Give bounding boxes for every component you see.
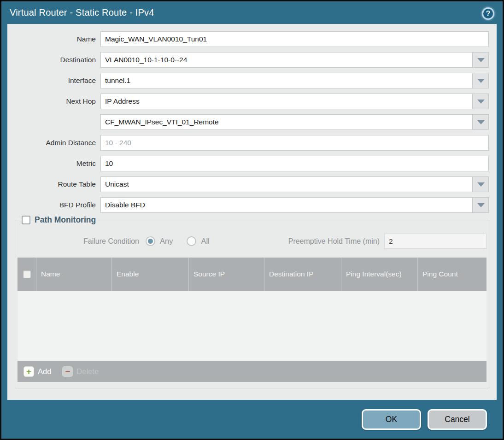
- admin-distance-input[interactable]: [100, 135, 489, 151]
- form-row-bfd-profile: BFD Profile: [7, 197, 497, 213]
- path-monitoring-section: Path Monitoring Failure Condition Any Al…: [15, 220, 489, 388]
- title-bar: Virtual Router - Static Route - IPv4 ?: [1, 1, 503, 24]
- radio-any-label: Any: [160, 237, 173, 246]
- radio-all-label: All: [201, 237, 209, 246]
- route-table-dropdown-button[interactable]: [473, 176, 489, 192]
- name-input[interactable]: [100, 31, 489, 47]
- radio-option-all[interactable]: All: [187, 236, 209, 246]
- destination-input[interactable]: [100, 52, 473, 68]
- delete-button-label: Delete: [76, 367, 99, 376]
- column-header-ping-count[interactable]: Ping Count: [418, 258, 486, 291]
- column-header-destination-ip[interactable]: Destination IP: [264, 258, 341, 291]
- table-header-select-all[interactable]: [18, 258, 36, 291]
- add-button[interactable]: + Add: [23, 366, 51, 377]
- failure-condition-label: Failure Condition: [18, 237, 146, 246]
- static-route-dialog: Virtual Router - Static Route - IPv4 ? N…: [0, 0, 504, 440]
- route-table-input[interactable]: [100, 176, 473, 192]
- next-hop-type-input[interactable]: [100, 94, 473, 109]
- path-monitoring-legend: Path Monitoring: [21, 215, 99, 225]
- path-monitoring-controls: Failure Condition Any All Preemptive Hol…: [18, 234, 486, 249]
- radio-all-icon[interactable]: [187, 236, 196, 246]
- path-monitoring-checkbox[interactable]: [22, 216, 30, 224]
- interface-input[interactable]: [100, 73, 473, 88]
- chevron-down-icon: [477, 182, 485, 187]
- chevron-down-icon: [477, 100, 485, 104]
- table-header-row: Name Enable Source IP Destination IP Pin…: [18, 258, 486, 291]
- help-icon[interactable]: ?: [482, 7, 494, 20]
- chevron-down-icon: [477, 120, 485, 124]
- form-row-destination: Destination: [7, 52, 497, 68]
- dialog-title: Virtual Router - Static Route - IPv4: [10, 7, 154, 18]
- column-header-ping-interval[interactable]: Ping Interval(sec): [341, 258, 418, 291]
- select-all-checkbox[interactable]: [23, 270, 31, 278]
- chevron-down-icon: [477, 58, 485, 62]
- destination-label: Destination: [7, 56, 100, 64]
- preemptive-hold-time-label: Preemptive Hold Time (min): [288, 237, 384, 246]
- form-row-next-hop-address: [7, 114, 497, 130]
- dialog-footer: OK Cancel: [1, 400, 503, 439]
- interface-dropdown-button[interactable]: [473, 73, 489, 88]
- column-header-enable[interactable]: Enable: [112, 258, 189, 291]
- plus-icon: +: [23, 366, 34, 377]
- admin-distance-label: Admin Distance: [7, 139, 100, 147]
- table-toolbar: + Add − Delete: [18, 361, 486, 382]
- path-monitoring-table: Name Enable Source IP Destination IP Pin…: [18, 258, 486, 382]
- chevron-down-icon: [477, 203, 485, 207]
- form-row-admin-distance: Admin Distance: [7, 135, 497, 151]
- cancel-button[interactable]: Cancel: [428, 409, 487, 430]
- column-header-source-ip[interactable]: Source IP: [189, 258, 264, 291]
- next-hop-type-dropdown-button[interactable]: [473, 94, 489, 109]
- bfd-profile-label: BFD Profile: [7, 201, 100, 209]
- destination-dropdown-button[interactable]: [473, 52, 489, 68]
- bfd-profile-dropdown-button[interactable]: [473, 197, 489, 213]
- name-label: Name: [7, 35, 100, 43]
- chevron-down-icon: [477, 79, 485, 83]
- form-row-interface: Interface: [7, 73, 497, 88]
- next-hop-label: Next Hop: [7, 97, 100, 106]
- form-row-route-table: Route Table: [7, 176, 497, 192]
- delete-button[interactable]: − Delete: [62, 366, 99, 377]
- column-header-name[interactable]: Name: [36, 258, 112, 291]
- form-row-name: Name: [7, 31, 497, 47]
- preemptive-hold-time-group: Preemptive Hold Time (min): [288, 234, 486, 249]
- add-button-label: Add: [38, 367, 51, 376]
- ok-button[interactable]: OK: [362, 409, 421, 430]
- form-row-next-hop: Next Hop: [7, 94, 497, 109]
- path-monitoring-title: Path Monitoring: [35, 215, 96, 225]
- form-row-metric: Metric: [7, 156, 497, 171]
- interface-label: Interface: [7, 76, 100, 85]
- next-hop-address-input[interactable]: [100, 114, 473, 130]
- failure-condition-radio-group: Any All: [146, 236, 210, 246]
- bfd-profile-input[interactable]: [100, 197, 473, 213]
- metric-input[interactable]: [100, 156, 489, 171]
- route-table-label: Route Table: [7, 180, 100, 188]
- metric-label: Metric: [7, 159, 100, 168]
- minus-icon: −: [62, 366, 73, 377]
- radio-option-any[interactable]: Any: [146, 236, 173, 246]
- dialog-content: Name Destination Interface: [7, 24, 497, 400]
- radio-any-icon[interactable]: [146, 236, 155, 246]
- next-hop-address-dropdown-button[interactable]: [473, 114, 489, 130]
- table-body-empty: [18, 291, 486, 361]
- preemptive-hold-time-input[interactable]: [384, 234, 486, 249]
